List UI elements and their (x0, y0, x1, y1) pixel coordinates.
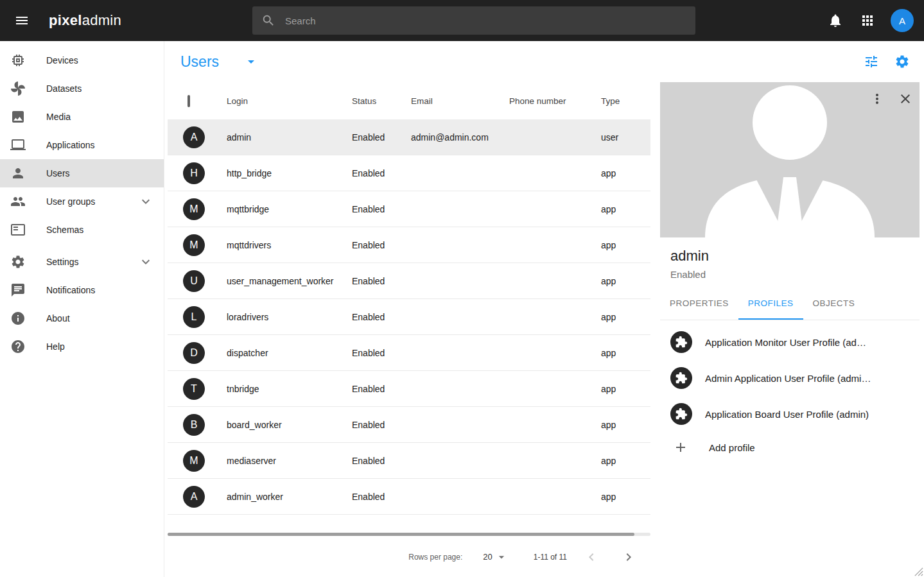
cell-login: mediaserver (227, 456, 352, 466)
puzzle-icon (670, 367, 692, 389)
resize-grip-icon[interactable] (914, 567, 923, 576)
profile-label: Application Board User Profile (admin) (705, 409, 869, 420)
table-settings-gear-icon[interactable] (889, 49, 915, 74)
cell-login: board_worker (227, 420, 352, 430)
user-avatar-letter: A (899, 15, 905, 26)
search-input[interactable] (284, 15, 686, 27)
horizontal-scrollbar[interactable] (168, 533, 650, 536)
search-icon (261, 13, 275, 28)
profiles-list: Application Monitor User Profile (ad… Ad… (660, 320, 920, 463)
sidebar-item[interactable]: About (0, 304, 164, 332)
entity-selector[interactable]: Users (180, 53, 259, 71)
detail-tab[interactable]: PROPERTIES (660, 289, 738, 320)
cell-status: Enabled (352, 168, 411, 178)
table-row[interactable]: B board_worker Enabled app (168, 407, 650, 443)
image-icon (10, 109, 26, 125)
sidebar-item[interactable]: Media (0, 103, 164, 131)
sidebar-item[interactable]: Applications (0, 131, 164, 159)
table-row[interactable]: M mqttbridge Enabled app (168, 191, 650, 227)
column-header-login[interactable]: Login (227, 96, 352, 106)
sidebar-item[interactable]: Schemas (0, 216, 164, 244)
sidebar-item-label: Settings (46, 257, 79, 267)
table-row[interactable]: U user_management_worker Enabled app (168, 263, 650, 299)
sidebar-item[interactable]: Users (0, 159, 164, 187)
app-logo[interactable]: pixeladmin (49, 12, 121, 29)
sidebar-item-label: User groups (46, 196, 95, 207)
cell-type: app (601, 240, 650, 250)
detail-user-status: Enabled (670, 269, 909, 280)
profile-list-item[interactable]: Admin Application User Profile (admi… (660, 360, 920, 396)
table-header-row: Login Status Email Phone number Type (168, 82, 650, 119)
rows-per-page-select[interactable]: 20 (483, 551, 507, 564)
close-icon[interactable] (893, 86, 918, 112)
cell-login: mqttdrivers (227, 240, 352, 250)
filter-columns-icon[interactable] (859, 49, 884, 74)
profile-list-item[interactable]: Application Board User Profile (admin) (660, 396, 920, 432)
table-row[interactable]: T tnbridge Enabled app (168, 371, 650, 407)
table-row[interactable]: D dispatcher Enabled app (168, 335, 650, 371)
toys-icon (10, 81, 26, 96)
sidebar-item-label: Datasets (46, 83, 82, 94)
cell-login: user_management_worker (227, 276, 352, 286)
select-all-checkbox[interactable] (187, 95, 190, 107)
plus-icon (673, 440, 688, 455)
table-row[interactable]: L loradrivers Enabled app (168, 299, 650, 335)
table-row[interactable]: M mediaserver Enabled app (168, 443, 650, 479)
cell-type: app (601, 168, 650, 178)
main-content: Users Login Status Email Phone number Ty… (164, 41, 924, 577)
cell-type: app (601, 312, 650, 322)
column-header-email[interactable]: Email (411, 96, 509, 106)
cell-login: loradrivers (227, 312, 352, 322)
detail-actions (862, 86, 918, 112)
rows-per-page-label: Rows per page: (408, 553, 462, 562)
title-row: Users (164, 41, 924, 82)
add-profile-button[interactable]: Add profile (660, 432, 920, 463)
people-icon (10, 194, 26, 209)
cell-status: Enabled (352, 276, 411, 286)
detail-tab[interactable]: OBJECTS (803, 289, 865, 320)
column-header-phone[interactable]: Phone number (509, 96, 601, 106)
person-icon (10, 166, 26, 181)
sidebar-item[interactable]: Notifications (0, 276, 164, 304)
detail-tab[interactable]: PROFILES (738, 289, 803, 320)
table-row[interactable]: A admin_worker Enabled app (168, 479, 650, 515)
pagination: Rows per page: 20 1-11 of 11 (168, 537, 650, 577)
card-icon (10, 222, 26, 237)
cell-type: user (601, 132, 650, 142)
title-actions (853, 49, 915, 74)
sidebar-item[interactable]: Devices (0, 46, 164, 74)
column-header-status[interactable]: Status (352, 96, 411, 106)
next-page-icon[interactable] (616, 544, 641, 570)
notifications-bell-icon[interactable] (823, 8, 848, 33)
sidebar-item[interactable]: Help (0, 332, 164, 361)
cell-status: Enabled (352, 492, 411, 502)
row-avatar: M (183, 198, 205, 220)
chevron-down-icon (138, 254, 153, 270)
sidebar-item[interactable]: User groups (0, 187, 164, 216)
profile-label: Application Monitor User Profile (ad… (705, 337, 866, 348)
add-profile-label: Add profile (709, 442, 755, 453)
row-avatar: M (183, 234, 205, 256)
sidebar-item[interactable]: Settings (0, 248, 164, 276)
rows-per-page-value: 20 (483, 552, 492, 562)
sidebar-item[interactable]: Datasets (0, 74, 164, 103)
apps-grid-icon[interactable] (855, 8, 880, 33)
user-avatar[interactable]: A (891, 9, 914, 32)
menu-icon[interactable] (9, 8, 35, 33)
row-avatar: B (183, 414, 205, 436)
scrollbar-thumb[interactable] (168, 533, 634, 536)
cell-type: app (601, 384, 650, 394)
brand-bold: pixel (49, 12, 82, 28)
table-row[interactable]: H http_bridge Enabled app (168, 155, 650, 191)
column-header-type[interactable]: Type (601, 96, 650, 106)
previous-page-icon[interactable] (579, 544, 604, 570)
cell-login: http_bridge (227, 168, 352, 178)
table-row[interactable]: A admin Enabled admin@admin.com user (168, 119, 650, 155)
detail-tab-label: PROFILES (748, 298, 794, 308)
chevron-down-icon (138, 194, 153, 209)
more-vert-icon[interactable] (864, 86, 890, 112)
search-bar[interactable] (252, 6, 695, 35)
dropdown-caret-icon (243, 54, 259, 69)
table-row[interactable]: M mqttdrivers Enabled app (168, 227, 650, 263)
profile-list-item[interactable]: Application Monitor User Profile (ad… (660, 324, 920, 360)
